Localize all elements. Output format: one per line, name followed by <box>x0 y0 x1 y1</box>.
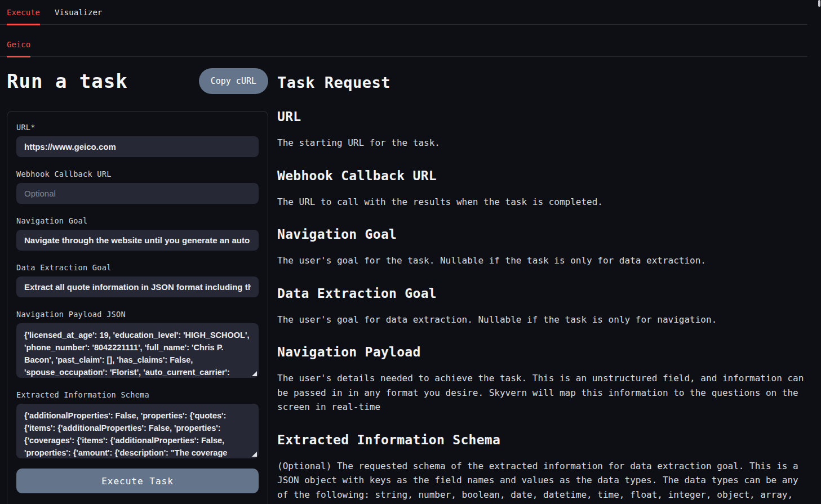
url-label: URL* <box>16 123 259 132</box>
doc-description: The starting URL for the task. <box>277 136 807 150</box>
navigation-goal-label: Navigation Goal <box>16 216 259 225</box>
task-request-title: Task Request <box>277 74 807 91</box>
data-extraction-goal-label: Data Extraction Goal <box>16 263 259 272</box>
run-task-header: Run a task Copy cURL <box>7 68 268 95</box>
doc-description: The user's goal for the task. Nullable i… <box>277 253 807 268</box>
navigation-payload-json-label: Navigation Payload JSON <box>16 310 259 319</box>
main-tab-bar: Execute Visualizer <box>0 0 807 25</box>
doc-section-extracted-information-schema: Extracted Information Schema (Optional) … <box>277 432 807 504</box>
url-input[interactable] <box>16 136 259 157</box>
page-title: Run a task <box>7 70 128 92</box>
doc-description: (Optional) The requested schema of the e… <box>277 459 807 504</box>
tab-visualizer[interactable]: Visualizer <box>55 8 102 24</box>
doc-section-url: URL The starting URL for the task. <box>277 109 807 150</box>
resize-handle-icon[interactable] <box>252 371 257 376</box>
task-form-card: URL* Webhook Callback URL Navigation Goa… <box>7 111 268 504</box>
webhook-callback-url-input[interactable] <box>16 183 259 204</box>
doc-section-navigation-goal: Navigation Goal The user's goal for the … <box>277 227 807 268</box>
doc-heading: Extracted Information Schema <box>277 432 807 447</box>
webhook-callback-url-label: Webhook Callback URL <box>16 170 259 179</box>
vertical-scrollbar[interactable] <box>818 0 820 7</box>
doc-description: The user's goal for data extraction. Nul… <box>277 313 807 327</box>
doc-section-webhook: Webhook Callback URL The URL to call wit… <box>277 168 807 209</box>
tab-execute[interactable]: Execute <box>7 8 40 24</box>
navigation-goal-input[interactable] <box>16 230 259 251</box>
data-extraction-goal-input[interactable] <box>16 276 259 297</box>
main-content: Run a task Copy cURL URL* Webhook Callba… <box>0 57 821 504</box>
doc-section-data-extraction-goal: Data Extraction Goal The user's goal for… <box>277 286 807 327</box>
run-task-panel: Run a task Copy cURL URL* Webhook Callba… <box>7 57 268 504</box>
doc-heading: Data Extraction Goal <box>277 286 807 301</box>
copy-curl-button[interactable]: Copy cURL <box>199 68 268 94</box>
doc-heading: URL <box>277 109 807 124</box>
subtab-geico[interactable]: Geico <box>7 40 30 56</box>
execute-task-button[interactable]: Execute Task <box>16 469 259 493</box>
extracted-information-schema-textarea[interactable]: {'additionalProperties': False, 'propert… <box>16 404 259 458</box>
resize-handle-icon[interactable] <box>252 452 257 457</box>
sub-tab-bar: Geico <box>0 25 807 57</box>
task-request-docs: Task Request URL The starting URL for th… <box>277 57 807 504</box>
doc-heading: Webhook Callback URL <box>277 168 807 183</box>
doc-heading: Navigation Payload <box>277 345 807 359</box>
doc-description: The user's details needed to achieve the… <box>277 371 807 414</box>
extracted-information-schema-label: Extracted Information Schema <box>16 390 259 399</box>
doc-description: The URL to call with the results when th… <box>277 195 807 209</box>
doc-section-navigation-payload: Navigation Payload The user's details ne… <box>277 345 807 414</box>
doc-heading: Navigation Goal <box>277 227 807 242</box>
navigation-payload-json-textarea[interactable]: {'licensed_at_age': 19, 'education_level… <box>16 323 259 378</box>
